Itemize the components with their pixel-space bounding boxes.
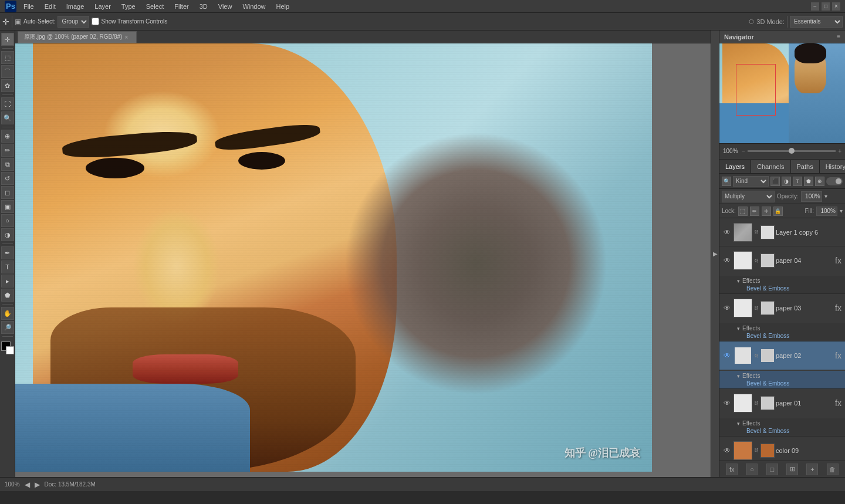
bevel-emboss-effect[interactable]: Bevel & Emboss bbox=[737, 427, 845, 435]
layer-row[interactable]: 👁 ⛓ paper 02 fx bbox=[719, 341, 845, 370]
lock-brush-icon[interactable]: ✏ bbox=[750, 207, 759, 216]
layers-list[interactable]: 👁 ⛓ Layer 1 copy 6 👁 ⛓ bbox=[719, 218, 845, 461]
move-tool[interactable]: ✛ bbox=[1, 33, 14, 46]
menu-view[interactable]: View bbox=[215, 2, 236, 11]
menu-select[interactable]: Select bbox=[143, 2, 168, 11]
layer-visibility-toggle[interactable]: 👁 bbox=[722, 227, 732, 238]
new-adjustment-button[interactable]: ⊞ bbox=[786, 464, 798, 475]
layer-fx-icon[interactable]: fx bbox=[834, 351, 843, 360]
blend-mode-select[interactable]: Multiply Normal Screen Overlay bbox=[722, 191, 775, 202]
brush-tool[interactable]: ✏ bbox=[1, 144, 14, 157]
filter-shape-icon[interactable]: ⬟ bbox=[804, 177, 813, 186]
filter-type-icon[interactable]: T bbox=[793, 177, 802, 186]
menu-type[interactable]: Type bbox=[118, 2, 139, 11]
tab-history[interactable]: History bbox=[820, 160, 845, 173]
zoom-increase-btn[interactable]: ▶ bbox=[35, 481, 40, 489]
type-tool[interactable]: T bbox=[1, 261, 14, 273]
opacity-input[interactable] bbox=[801, 191, 822, 202]
filter-adj-icon[interactable]: ◑ bbox=[782, 177, 791, 186]
layer-visibility-toggle[interactable]: 👁 bbox=[722, 398, 732, 408]
zoom-decrease-btn[interactable]: ◀ bbox=[25, 481, 30, 489]
dodge-tool[interactable]: ◑ bbox=[1, 228, 14, 241]
eraser-tool[interactable]: ◻ bbox=[1, 186, 14, 199]
layer-fx-icon[interactable]: fx bbox=[834, 398, 843, 408]
layer-visibility-toggle[interactable]: 👁 bbox=[722, 350, 732, 361]
tab-paths[interactable]: Paths bbox=[791, 160, 820, 173]
layer-fx-icon[interactable]: fx bbox=[834, 303, 843, 313]
navigator-header[interactable]: Navigator ≡ bbox=[719, 31, 845, 43]
zoom-decrease-icon[interactable]: − bbox=[742, 148, 745, 154]
lasso-tool[interactable]: ⌒ bbox=[1, 65, 14, 78]
color-swatch-fg[interactable] bbox=[1, 341, 14, 354]
menu-layer[interactable]: Layer bbox=[91, 2, 114, 11]
essentials-dropdown[interactable]: Essentials bbox=[790, 16, 843, 28]
clone-stamp-tool[interactable]: ⧉ bbox=[1, 158, 14, 171]
filter-toggle[interactable] bbox=[826, 177, 843, 185]
menu-edit[interactable]: Edit bbox=[41, 2, 59, 11]
eyedropper-tool[interactable]: 🔍 bbox=[1, 111, 14, 124]
fill-input[interactable] bbox=[816, 207, 837, 216]
crop-tool[interactable]: ⛶ bbox=[1, 97, 14, 110]
zoom-tool[interactable]: 🔎 bbox=[1, 321, 14, 334]
new-group-button[interactable]: □ bbox=[766, 464, 778, 475]
minimize-button[interactable]: − bbox=[811, 2, 819, 11]
layer-row[interactable]: 👁 ⛓ paper 01 fx bbox=[719, 389, 845, 417]
layer-item[interactable]: 👁 ⛓ color 09 bbox=[719, 437, 845, 461]
layer-fx-icon[interactable]: fx bbox=[834, 256, 843, 265]
bevel-emboss-effect[interactable]: Bevel & Emboss bbox=[737, 285, 845, 292]
layer-visibility-toggle[interactable]: 👁 bbox=[722, 303, 732, 313]
lock-all-icon[interactable]: 🔒 bbox=[773, 207, 783, 216]
layer-visibility-toggle[interactable]: 👁 bbox=[722, 445, 732, 456]
layer-row[interactable]: 👁 ⛓ paper 03 fx bbox=[719, 294, 845, 322]
pen-tool[interactable]: ✒ bbox=[1, 246, 14, 259]
history-brush-tool[interactable]: ↺ bbox=[1, 172, 14, 185]
menu-file[interactable]: File bbox=[20, 2, 38, 11]
blur-tool[interactable]: ○ bbox=[1, 214, 14, 227]
lock-checkerboard-icon[interactable]: ⬚ bbox=[738, 207, 748, 216]
auto-select-dropdown[interactable]: Group Layer bbox=[58, 16, 89, 28]
healing-brush-tool[interactable]: ⊕ bbox=[1, 130, 14, 143]
menu-filter[interactable]: Filter bbox=[171, 2, 192, 11]
layer-row[interactable]: 👁 ⛓ paper 04 fx bbox=[719, 246, 845, 275]
new-layer-button[interactable]: + bbox=[806, 464, 818, 475]
layer-visibility-toggle[interactable]: 👁 bbox=[722, 255, 732, 266]
layer-item[interactable]: 👁 ⛓ paper 01 fx ▾ Effects bbox=[719, 389, 845, 437]
delete-layer-button[interactable]: 🗑 bbox=[827, 464, 839, 475]
bevel-emboss-effect[interactable]: Bevel & Emboss bbox=[737, 332, 845, 340]
fill-arrow-icon[interactable]: ▾ bbox=[840, 208, 843, 214]
opacity-arrow-icon[interactable]: ▾ bbox=[824, 193, 827, 199]
layer-item[interactable]: 👁 ⛓ Layer 1 copy 6 bbox=[719, 218, 845, 246]
layer-item-selected[interactable]: 👁 ⛓ paper 02 fx ▾ Effects bbox=[719, 341, 845, 389]
layer-item[interactable]: 👁 ⛓ paper 04 fx ▾ Effects bbox=[719, 246, 845, 294]
document-tab[interactable]: 原图.jpg @ 100% (paper 02, RGB/8#) × bbox=[18, 31, 137, 43]
maximize-button[interactable]: □ bbox=[822, 2, 830, 11]
show-transform-checkbox[interactable] bbox=[92, 18, 99, 25]
navigator-viewport-box[interactable] bbox=[736, 64, 776, 116]
panel-collapse-arrow[interactable]: ▶ bbox=[711, 31, 719, 477]
filter-smart-icon[interactable]: ⊕ bbox=[815, 177, 824, 186]
add-style-button[interactable]: fx bbox=[726, 464, 738, 475]
zoom-slider[interactable] bbox=[748, 150, 836, 152]
tab-layers[interactable]: Layers bbox=[719, 160, 751, 173]
gradient-tool[interactable]: ▣ bbox=[1, 200, 14, 213]
filter-kind-select[interactable]: Kind bbox=[733, 176, 769, 187]
close-button[interactable]: × bbox=[832, 2, 840, 11]
show-transform-label[interactable]: Show Transform Controls bbox=[92, 18, 167, 25]
tab-channels[interactable]: Channels bbox=[751, 160, 790, 173]
menu-help[interactable]: Help bbox=[273, 2, 293, 11]
tab-close-icon[interactable]: × bbox=[124, 34, 130, 40]
zoom-increase-icon[interactable]: + bbox=[838, 148, 841, 154]
menu-window[interactable]: Window bbox=[239, 2, 269, 11]
quick-select-tool[interactable]: ✿ bbox=[1, 79, 14, 92]
path-select-tool[interactable]: ▸ bbox=[1, 275, 14, 287]
layer-item[interactable]: 👁 ⛓ paper 03 fx ▾ Effects bbox=[719, 294, 845, 341]
menu-3d[interactable]: 3D bbox=[196, 2, 211, 11]
shape-tool[interactable]: ⬟ bbox=[1, 289, 14, 302]
menu-image[interactable]: Image bbox=[63, 2, 88, 11]
bevel-emboss-effect[interactable]: Bevel & Emboss bbox=[737, 380, 845, 387]
canvas-viewport[interactable]: 知乎 @泪已成哀 bbox=[15, 43, 711, 477]
filter-search-icon[interactable]: 🔍 bbox=[722, 177, 731, 186]
lock-position-icon[interactable]: ✛ bbox=[762, 207, 771, 216]
rectangle-select-tool[interactable]: ⬚ bbox=[1, 51, 14, 64]
hand-tool[interactable]: ✋ bbox=[1, 307, 14, 320]
